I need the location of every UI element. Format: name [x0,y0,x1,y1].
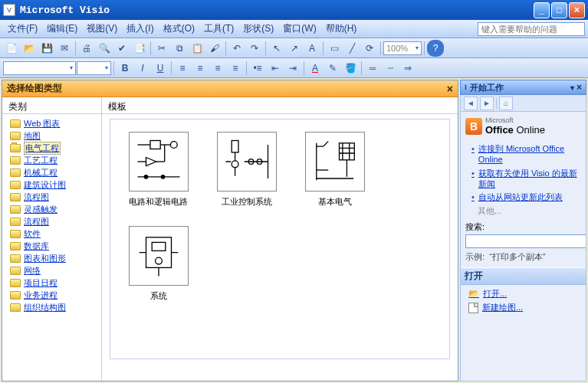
close-button[interactable]: × [569,2,585,18]
menu-help[interactable]: 帮助(H) [321,21,362,37]
category-item[interactable]: 建筑设计图 [4,178,100,191]
cut-icon[interactable]: ✂ [153,40,170,57]
menu-edit[interactable]: 编辑(E) [42,21,82,37]
maximize-button[interactable]: □ [551,2,567,18]
template-item[interactable]: 工业控制系统 [214,132,279,208]
doc-close-button[interactable]: × [447,83,453,95]
bold-icon[interactable]: B [117,60,133,77]
rectangle-icon[interactable]: ▭ [326,40,343,57]
help-icon[interactable]: ? [427,40,444,57]
redo-icon[interactable]: ↷ [246,40,263,57]
connector-icon[interactable]: ↗ [286,40,303,57]
align-justify-icon[interactable]: ≡ [227,60,244,77]
category-label: 网络 [24,265,41,277]
align-center-icon[interactable]: ≡ [192,60,209,77]
svg-rect-4 [232,141,238,152]
preview-icon[interactable]: 🔍 [96,40,113,57]
folder-icon [10,205,21,214]
align-right-icon[interactable]: ≡ [209,60,226,77]
taskpane-link[interactable]: 自动从网站更新此列表 [471,192,581,202]
template-item[interactable]: 系统 [126,226,191,302]
menu-shape[interactable]: 形状(S) [238,21,278,37]
open-file-link[interactable]: 📂 打开... [468,288,581,300]
menu-view[interactable]: 视图(V) [82,21,122,37]
taskpane-home-button[interactable]: ⌂ [499,97,513,110]
category-label: 图表和图形 [24,253,66,264]
category-item[interactable]: 地图 [4,129,100,142]
category-label: 建筑设计图 [24,179,66,191]
indent-right-icon[interactable]: ⇥ [284,60,301,77]
category-item[interactable]: 工艺工程 [4,154,100,166]
taskpane-back-button[interactable]: ◄ [464,97,478,110]
pointer-icon[interactable]: ↖ [268,40,285,57]
save-icon[interactable]: 💾 [38,40,55,57]
font-combo[interactable]: ▾ [3,61,76,75]
taskpane-dropdown-icon[interactable]: ▾ [570,83,574,92]
template-item[interactable]: 基本电气 [302,132,367,208]
folder-icon [10,230,21,238]
bullets-icon[interactable]: •≡ [249,60,266,77]
open-icon[interactable]: 📂 [21,40,38,57]
taskpane-forward-button[interactable]: ► [480,97,494,110]
category-item[interactable]: 业务进程 [4,289,100,301]
font-color-icon[interactable]: A [307,60,324,77]
template-thumbnail [305,132,365,192]
menu-insert[interactable]: 插入(I) [122,21,158,37]
underline-icon[interactable]: U [152,60,169,77]
folder-icon [10,169,21,177]
folder-icon [10,132,21,140]
category-item[interactable]: 流程图 [4,215,100,228]
menu-format[interactable]: 格式(O) [159,21,199,37]
menu-tools[interactable]: 工具(T) [199,21,238,37]
research-icon[interactable]: 📑 [131,40,148,57]
category-item[interactable]: 灵感触发 [4,203,100,215]
category-item[interactable]: 软件 [4,228,100,240]
category-item[interactable]: 组织结构图 [4,301,100,313]
font-size-combo[interactable]: ▾ [77,61,111,75]
mail-icon[interactable]: ✉ [56,40,73,57]
italic-icon[interactable]: I [134,60,151,77]
category-item[interactable]: 网络 [4,264,100,277]
minimize-button[interactable]: _ [534,2,550,18]
line-ends-icon[interactable]: ⇒ [399,60,416,77]
category-item[interactable]: 流程图 [4,191,100,203]
svg-point-3 [161,175,164,178]
category-item[interactable]: 机械工程 [4,166,100,178]
indent-left-icon[interactable]: ⇤ [267,60,284,77]
taskpane-other-link[interactable]: 其他... [465,205,581,217]
category-item[interactable]: 图表和图形 [4,252,100,264]
category-item[interactable]: 数据库 [4,240,100,252]
line-weight-icon[interactable]: ═ [364,60,381,77]
template-item[interactable]: 电路和逻辑电路 [126,132,191,208]
taskpane-close-button[interactable]: × [577,82,582,93]
line-pattern-icon[interactable]: ┄ [382,60,399,77]
folder-icon [10,218,21,226]
help-search-input[interactable] [478,22,585,36]
line-icon[interactable]: ╱ [343,40,360,57]
align-left-icon[interactable]: ≡ [174,60,191,77]
folder-icon [10,279,21,287]
rotate-icon[interactable]: ⟳ [361,40,378,57]
spell-icon[interactable]: ✔ [113,40,130,57]
zoom-combo[interactable]: 100%▾ [383,41,422,55]
category-item[interactable]: Web 图表 [4,117,100,129]
new-icon[interactable]: 📄 [3,40,20,57]
paste-icon[interactable]: 📋 [189,40,205,57]
menu-window[interactable]: 窗口(W) [278,21,320,37]
taskpane-link[interactable]: 连接到 Microsoft Office Online [471,143,581,165]
category-item[interactable]: 电气工程 [4,142,100,154]
line-color-icon[interactable]: ✎ [324,60,341,77]
menu-file[interactable]: 文件(F) [3,21,42,37]
new-drawing-link[interactable]: 新建绘图... [468,302,581,313]
copy-icon[interactable]: ⧉ [171,40,188,57]
format-painter-icon[interactable]: 🖌 [206,40,223,57]
category-item[interactable]: 项目日程 [4,277,100,289]
print-icon[interactable]: 🖨 [78,40,95,57]
fill-color-icon[interactable]: 🪣 [342,60,359,77]
text-icon[interactable]: A [304,40,320,57]
svg-rect-0 [150,141,160,149]
undo-icon[interactable]: ↶ [228,40,245,57]
taskpane-search-input[interactable] [465,234,586,248]
category-label: 软件 [24,228,41,240]
taskpane-link[interactable]: 获取有关使用 Visio 的最新新闻 [471,168,581,190]
